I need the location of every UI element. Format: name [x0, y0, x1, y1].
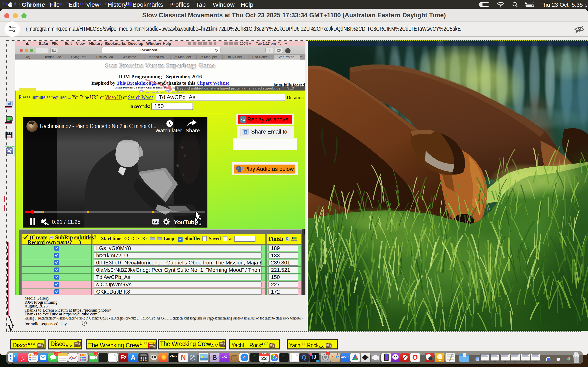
svg-text:Share: Share: [186, 127, 200, 133]
svg-text:CC: CC: [153, 220, 159, 224]
svg-text:o: o: [241, 120, 242, 122]
svg-text:YouTube: YouTube: [174, 219, 198, 225]
svg-text:Rachmaninov - Piano Concerto N: Rachmaninov - Piano Concerto No.2 in C m…: [40, 123, 156, 130]
svg-text:Watch later: Watch later: [155, 127, 182, 133]
svg-text:0:21 / 11:25: 0:21 / 11:25: [52, 219, 81, 225]
